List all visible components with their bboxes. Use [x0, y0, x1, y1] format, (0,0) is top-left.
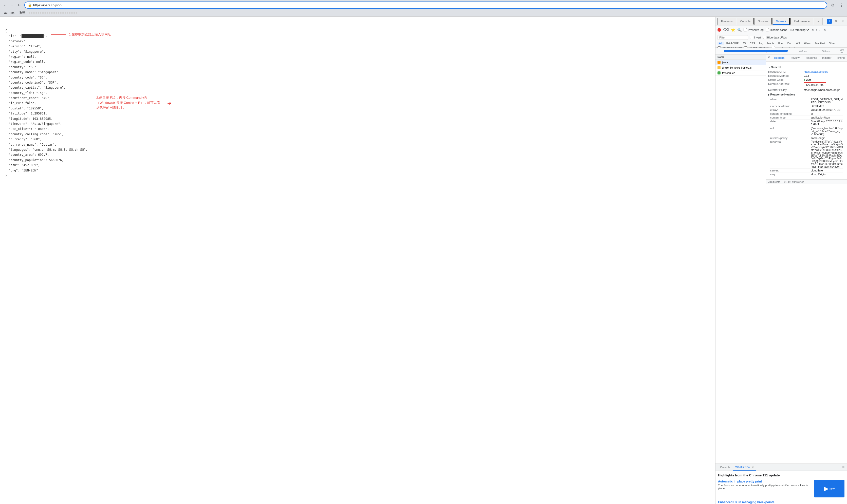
resp-content-type: content-type: application/json [770, 116, 843, 120]
status-val: ● 200 [804, 78, 811, 81]
resp-report-to: report-to: {"endpoints":[{"url":"https:\… [770, 140, 843, 169]
details-content: General Request URL: https://ipapi.co/js… [766, 61, 847, 179]
whats-new-item-1-text: Automatic in place pretty print The Sour… [718, 480, 812, 498]
network-settings-icon[interactable]: ⚙ [823, 28, 828, 32]
reload-button[interactable]: ↻ [16, 2, 22, 8]
type-css[interactable]: CSS [748, 42, 757, 45]
request-icon-js [718, 66, 721, 69]
bookmark-youtube[interactable]: YouTube [2, 11, 16, 15]
invert-label[interactable]: Invert [750, 36, 761, 39]
details-panel: ✕ Headers Preview Response Initiator Tim… [766, 55, 847, 464]
request-item-js[interactable]: single-file-hooks-frames.js [716, 65, 766, 70]
resp-referrer-policy: referrer-policy: same-origin [770, 136, 843, 140]
preserve-log-checkbox[interactable] [744, 28, 747, 31]
address-input[interactable] [33, 3, 824, 7]
request-icon-ico [718, 71, 721, 74]
filter-input[interactable] [718, 35, 748, 40]
devtools-tab-bar: Elements Console Sources Network Perform… [716, 17, 847, 26]
general-section-title: General [768, 66, 845, 69]
preserve-log-label[interactable]: Preserve log [744, 28, 764, 31]
resp-vary: vary: Host, Origin [770, 173, 843, 176]
play-icon: ▶ [824, 485, 829, 492]
tab-console[interactable]: Console [737, 18, 754, 25]
remote-addr-key: Remote Address: [768, 82, 804, 87]
timeline-marker [766, 52, 766, 53]
type-wasm[interactable]: Wasm [802, 42, 813, 45]
status-key: Status Code: [768, 78, 804, 81]
filter-bar: Invert Hide data URLs [716, 34, 847, 41]
whats-new-item-2-title[interactable]: Enhanced UX in managing breakpoints [718, 501, 845, 504]
type-img[interactable]: Img [758, 42, 765, 45]
resp-cf-ray: cf-ray: 7b1a5af3ea193e37-SIN [770, 108, 843, 112]
tab-network[interactable]: Network [773, 18, 790, 25]
type-ws[interactable]: WS [795, 42, 801, 45]
details-tab-preview[interactable]: Preview [787, 55, 802, 61]
download-icon: ↓ [819, 29, 820, 31]
tab-sources[interactable]: Sources [755, 18, 772, 25]
whats-new-item-1-desc: The Sources panel now automatically pret… [718, 484, 812, 490]
timeline-500ms: 500 ms [822, 50, 830, 52]
throttle-select[interactable]: No throttling [790, 28, 810, 32]
details-tab-timing[interactable]: Timing [834, 55, 847, 61]
request-url-key: Request URL: [768, 70, 804, 73]
disable-cache-label[interactable]: Disable cache [766, 28, 788, 31]
tab-performance[interactable]: Performance [790, 18, 813, 25]
close-bottom-panel-btn[interactable]: ✕ [842, 465, 845, 469]
type-doc[interactable]: Doc [786, 42, 794, 45]
request-icon-json [718, 61, 721, 64]
type-manifest[interactable]: Manifest [814, 42, 827, 45]
type-js[interactable]: JS [741, 42, 747, 45]
new-label: new [830, 487, 834, 490]
wifi-icon: ≈ [812, 28, 814, 32]
bottom-close-btn[interactable]: ✕ [752, 466, 754, 469]
type-font[interactable]: Font [777, 42, 785, 45]
details-tab-initiator[interactable]: Initiator [819, 55, 834, 61]
bottom-tab-console[interactable]: Console [718, 464, 733, 471]
request-item-ico[interactable]: favicon.ico [716, 70, 766, 76]
settings-icon[interactable]: ⚙ [833, 19, 839, 24]
method-row: Request Method: GET [768, 74, 845, 78]
filter-button[interactable]: ⭐ [731, 28, 735, 32]
record-button[interactable] [718, 28, 721, 32]
devtools-panel: Elements Console Sources Network Perform… [715, 17, 847, 504]
bottom-tab-whats-new[interactable]: What's New ✕ [733, 464, 756, 471]
annotation-2: 2.然后按 F12，再按 Command +R（Windows的是按 Contr… [96, 95, 162, 110]
type-fetch-xhr[interactable]: Fetch/XHR [725, 42, 740, 45]
request-url-val: https://ipapi.co/json/ [804, 70, 828, 73]
type-all[interactable]: All [718, 42, 724, 45]
hide-data-urls-label[interactable]: Hide data URLs [763, 36, 787, 39]
search-button[interactable]: 🔍 [737, 28, 742, 32]
bookmark-translate[interactable]: 翻译 [18, 11, 27, 15]
remote-addr-row: Remote Address: 127.0.0.1:7890 [768, 82, 845, 88]
type-media[interactable]: Media [766, 42, 776, 45]
annotation-1: 1.在谷歌浏览器上输入该网址 [51, 32, 111, 37]
whats-new-item-1-title[interactable]: Automatic in place pretty print [718, 480, 812, 483]
request-name-js: single-file-hooks-frames.js [722, 66, 752, 69]
status-dot: ● [804, 78, 806, 81]
menu-button[interactable]: ⋮ [838, 1, 845, 8]
request-item-json[interactable]: json/ [716, 60, 766, 65]
close-devtools-icon[interactable]: ✕ [840, 19, 845, 24]
lock-icon: 🔒 [28, 3, 32, 7]
disable-cache-checkbox[interactable] [766, 28, 769, 31]
address-bar-container: 🔒 [24, 1, 827, 8]
whats-new-heading: Highlights from the Chrome 111 update [718, 473, 845, 477]
type-other[interactable]: Other [828, 42, 837, 45]
response-headers-section: allow: POST, OPTIONS, GET, HEAD, OPTIONS… [768, 96, 845, 177]
bottom-panel: Console What's New ✕ ✕ Highlights from t… [716, 464, 847, 504]
details-close-x[interactable]: ✕ [766, 55, 772, 61]
hide-data-urls-checkbox[interactable] [763, 36, 766, 39]
details-tab-headers[interactable]: Headers [772, 55, 787, 61]
request-name-json: json/ [722, 61, 728, 64]
invert-checkbox[interactable] [750, 36, 753, 39]
method-val: GET [804, 74, 810, 77]
clear-button[interactable]: ⌫ [723, 28, 729, 32]
tab-elements[interactable]: Elements [718, 18, 736, 25]
upload-icon: ↑ [816, 29, 817, 31]
tab-more[interactable]: » [814, 18, 823, 25]
extensions-button[interactable]: ⚙ [829, 1, 836, 8]
video-thumbnail[interactable]: ▶ new [814, 480, 845, 498]
back-button[interactable]: ← [2, 2, 8, 8]
forward-button[interactable]: → [9, 2, 15, 8]
details-tab-response[interactable]: Response [802, 55, 820, 61]
